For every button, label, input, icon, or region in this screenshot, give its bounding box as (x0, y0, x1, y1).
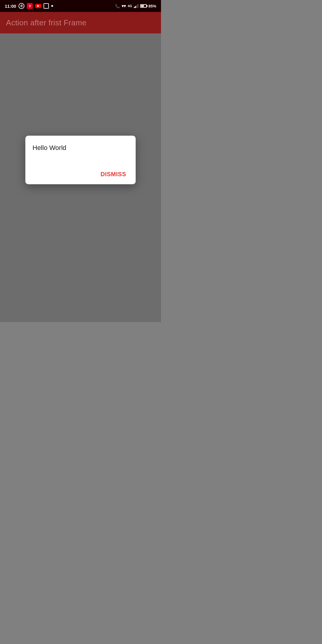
battery-icon: ⚡ (140, 4, 147, 8)
app-bar: Action after frist Frame (0, 12, 161, 33)
wifi-icon: ▾▾ (122, 4, 126, 8)
signal-bars-icon (134, 4, 138, 8)
content-area: Hello World Dismiss (0, 33, 161, 322)
dialog-overlay: Hello World Dismiss (0, 33, 161, 322)
notification-dot-icon (51, 5, 53, 7)
phone-icon: 📞 (115, 4, 120, 8)
dismiss-button[interactable]: Dismiss (98, 170, 129, 179)
battery-indicator: ⚡ (140, 4, 147, 8)
dialog-message: Hello World (32, 144, 129, 152)
status-bar: 11:00 ✆ V 📞 ▾▾ 4G ⚡ 85% (0, 0, 161, 12)
status-bar-right: 📞 ▾▾ 4G ⚡ 85% (115, 4, 156, 8)
dialog: Hello World Dismiss (25, 136, 136, 184)
status-time: 11:00 (5, 4, 16, 9)
square-icon (44, 3, 49, 9)
network-4g-label: 4G (128, 4, 132, 8)
battery-bolt-icon: ⚡ (142, 5, 145, 7)
battery-percent-label: 85% (148, 4, 156, 8)
youtube-icon (35, 4, 41, 8)
whatsapp-icon: ✆ (18, 3, 24, 9)
dialog-actions: Dismiss (32, 170, 129, 179)
app-title: Action after frist Frame (6, 18, 86, 27)
status-bar-left: 11:00 ✆ V (5, 3, 53, 9)
vivaldi-icon: V (27, 3, 33, 9)
